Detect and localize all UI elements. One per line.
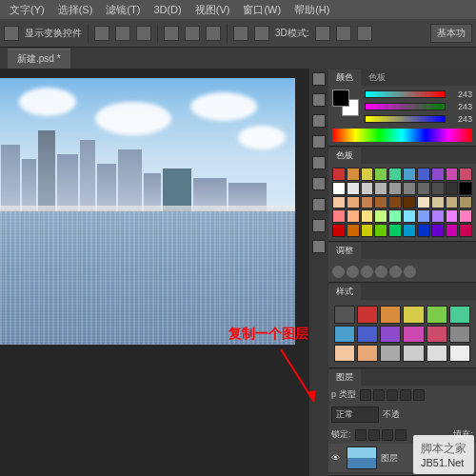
tool-preset-icon[interactable] [4,26,19,41]
style-preset[interactable] [357,345,378,362]
style-preset[interactable] [334,306,355,323]
layer-thumbnail[interactable] [347,446,377,469]
fg-bg-color[interactable] [332,89,359,116]
adjust-icon[interactable] [361,266,373,278]
swatch[interactable] [403,196,416,209]
canvas-area[interactable]: 复制一个图层 [0,69,309,476]
fg-color[interactable] [332,89,349,107]
swatch[interactable] [361,168,374,181]
swatch[interactable] [431,182,445,195]
swatch[interactable] [332,182,346,195]
style-preset[interactable] [357,306,378,323]
style-preset[interactable] [380,345,401,362]
align-icon[interactable] [115,26,130,41]
mode3d-icon[interactable] [357,26,372,41]
properties-icon[interactable] [312,114,326,128]
swatch[interactable] [459,224,472,237]
swatch[interactable] [446,196,459,209]
adjust-icon[interactable] [347,266,359,278]
character-icon[interactable] [312,219,326,232]
mode3d-icon[interactable] [315,26,330,41]
swatch[interactable] [361,182,374,195]
style-preset[interactable] [449,345,470,362]
swatch[interactable] [459,168,472,181]
align-icon[interactable] [206,26,221,41]
align-icon[interactable] [136,26,151,41]
swatch[interactable] [374,209,387,223]
adjust-icon[interactable] [404,266,416,278]
swatch[interactable] [431,209,445,223]
style-preset[interactable] [426,326,447,343]
blend-mode-select[interactable]: 正常 [331,407,379,423]
align-icon[interactable] [94,26,109,41]
style-preset[interactable] [403,345,424,362]
menu-3d[interactable]: 3D(D) [148,2,187,17]
history-icon[interactable] [312,72,326,86]
swatch[interactable] [347,224,360,237]
style-preset[interactable] [380,326,401,343]
filter-type-icon[interactable] [387,389,398,401]
document-tab[interactable]: 新建.psd * [8,49,70,69]
swatch[interactable] [332,209,346,223]
swatches-tab[interactable]: 色板 [328,148,361,164]
swatch[interactable] [374,224,387,237]
layers-tab[interactable]: 图层 [328,369,361,386]
swatch[interactable] [446,168,459,181]
menu-select[interactable]: 选择(S) [52,1,99,19]
color-tab[interactable]: 颜色 [328,69,361,86]
style-preset[interactable] [449,306,470,323]
swatch[interactable] [388,182,402,195]
menu-window[interactable]: 窗口(W) [237,1,287,19]
swatch[interactable] [403,168,416,181]
swatch[interactable] [417,224,430,237]
style-preset[interactable] [380,306,401,323]
menu-help[interactable]: 帮助(H) [288,1,335,19]
swatch[interactable] [459,182,472,195]
spectrum-bar[interactable] [332,129,472,142]
workspace-button[interactable]: 基本功 [430,24,472,43]
align-icon[interactable] [185,26,200,41]
filter-smart-icon[interactable] [413,389,425,401]
lock-position-icon[interactable] [382,429,393,441]
swatch[interactable] [332,168,346,181]
adjust-icon[interactable] [375,266,387,278]
swatch[interactable] [347,209,360,223]
swatch[interactable] [417,182,430,195]
swatch[interactable] [332,224,346,237]
distribute-icon[interactable] [233,26,248,41]
style-preset[interactable] [449,326,470,343]
layer-row[interactable]: 图层 [328,444,476,473]
swatch[interactable] [388,168,402,181]
swatch[interactable] [459,196,472,209]
swatch[interactable] [431,168,445,181]
panel-icon[interactable] [312,177,326,190]
swatch[interactable] [361,224,374,237]
filter-adjust-icon[interactable] [373,389,385,401]
swatch[interactable] [361,209,374,223]
brushes-icon[interactable] [312,135,326,149]
swatch[interactable] [388,196,402,209]
swatch[interactable] [388,209,402,223]
styles-tab[interactable]: 样式 [328,284,361,300]
swatch[interactable] [417,196,430,209]
swatch[interactable] [403,224,416,237]
swatch[interactable] [459,209,472,223]
swatch[interactable] [361,196,374,209]
lock-transparent-icon[interactable] [355,429,367,441]
filter-pixel-icon[interactable] [360,389,371,401]
lock-all-icon[interactable] [395,429,407,441]
canvas-image[interactable] [0,78,295,345]
swatch[interactable] [417,168,430,181]
swatch[interactable] [374,196,387,209]
color-slider[interactable] [365,103,446,110]
adjustments-tab[interactable]: 调整 [328,243,361,259]
swatch[interactable] [374,168,387,181]
align-icon[interactable] [164,26,179,41]
style-preset[interactable] [334,345,355,362]
swatch[interactable] [431,196,445,209]
swatch[interactable] [446,209,459,223]
menu-text[interactable]: 文字(Y) [4,1,50,19]
swatch[interactable] [431,224,445,237]
color-slider[interactable] [365,90,446,98]
style-preset[interactable] [426,306,447,323]
